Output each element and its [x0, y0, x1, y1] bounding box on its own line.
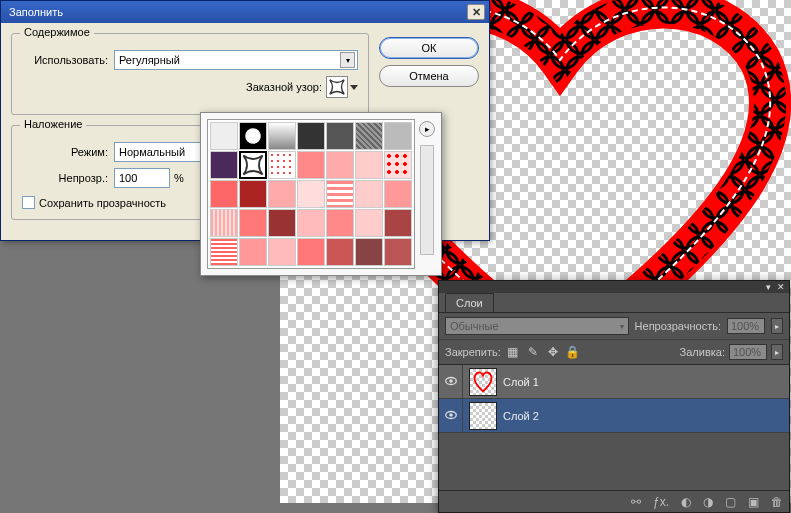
content-fieldset: Содержимое Использовать: Регулярный ▾ За… — [11, 33, 369, 115]
pattern-swatch[interactable] — [384, 151, 412, 179]
use-select[interactable]: Регулярный ▾ — [114, 50, 358, 70]
pattern-swatch[interactable] — [210, 151, 238, 179]
layer-row-selected[interactable]: Слой 2 — [439, 399, 789, 433]
dialog-title: Заполнить — [5, 6, 63, 18]
pattern-swatch[interactable] — [355, 238, 383, 266]
pattern-chip[interactable] — [326, 76, 348, 98]
pattern-swatch[interactable] — [210, 209, 238, 237]
new-layer-icon[interactable]: ▣ — [748, 495, 759, 509]
use-label: Использовать: — [22, 54, 114, 66]
pattern-swatch[interactable] — [326, 180, 354, 208]
layer-row[interactable]: Слой 1 — [439, 365, 789, 399]
pattern-swatch[interactable] — [326, 122, 354, 150]
layer-visibility-toggle[interactable] — [439, 399, 463, 432]
layer-group-icon[interactable]: ▢ — [725, 495, 736, 509]
layer-name: Слой 2 — [503, 410, 539, 422]
link-layers-icon[interactable]: ⚯ — [631, 495, 641, 509]
preserve-transparency-label: Сохранить прозрачность — [39, 197, 166, 209]
panel-fill-input[interactable]: 100% — [729, 344, 767, 360]
panel-opacity-flyout[interactable]: ▸ — [771, 318, 783, 334]
pattern-swatch[interactable] — [355, 209, 383, 237]
blend-mode-select[interactable]: Обычные▾ — [445, 317, 629, 335]
lock-label: Закрепить: — [445, 346, 501, 358]
fill-label: Заливка: — [680, 346, 725, 358]
pattern-swatch[interactable] — [326, 238, 354, 266]
delete-layer-icon[interactable]: 🗑 — [771, 495, 783, 509]
pattern-swatch[interactable] — [239, 180, 267, 208]
layer-list: Слой 1 Слой 2 — [439, 365, 789, 433]
layer-name: Слой 1 — [503, 376, 539, 388]
cancel-button[interactable]: Отмена — [379, 65, 479, 87]
pattern-swatch[interactable] — [297, 238, 325, 266]
opacity-label: Непрозр.: — [22, 172, 114, 184]
pattern-swatch[interactable] — [297, 151, 325, 179]
pattern-swatch[interactable] — [384, 180, 412, 208]
panel-header[interactable]: ▾ ✕ — [439, 281, 789, 293]
pattern-grid — [207, 119, 415, 269]
close-button[interactable]: ✕ — [467, 4, 485, 20]
dialog-titlebar[interactable]: Заполнить ✕ — [1, 1, 489, 23]
pattern-swatch[interactable] — [239, 209, 267, 237]
svg-point-6 — [245, 128, 261, 144]
pattern-swatch[interactable] — [210, 122, 238, 150]
pattern-swatch[interactable] — [297, 122, 325, 150]
pattern-swatch[interactable] — [326, 151, 354, 179]
pattern-swatch[interactable] — [210, 180, 238, 208]
ok-button[interactable]: ОК — [379, 37, 479, 59]
preserve-transparency-checkbox[interactable] — [22, 196, 35, 209]
pattern-swatch[interactable] — [297, 209, 325, 237]
panel-minimize-icon[interactable]: ▾ — [766, 282, 771, 292]
pattern-swatch[interactable] — [297, 180, 325, 208]
adjustment-layer-icon[interactable]: ◑ — [703, 495, 713, 509]
layer-fx-icon[interactable]: ƒx. — [653, 495, 669, 509]
pattern-swatch[interactable] — [268, 209, 296, 237]
panel-footer: ⚯ ƒx. ◐ ◑ ▢ ▣ 🗑 — [439, 490, 789, 512]
pattern-swatch[interactable] — [384, 122, 412, 150]
opacity-input[interactable]: 100 — [114, 168, 170, 188]
pattern-swatch[interactable] — [239, 122, 267, 150]
svg-point-8 — [449, 379, 453, 383]
layer-thumbnail[interactable] — [469, 402, 497, 430]
pattern-dropdown-icon[interactable] — [350, 85, 358, 90]
pattern-swatch[interactable] — [355, 180, 383, 208]
chevron-down-icon: ▾ — [340, 52, 355, 68]
layer-mask-icon[interactable]: ◐ — [681, 495, 691, 509]
lock-pixels-icon[interactable]: ✎ — [525, 344, 541, 360]
pattern-swatch[interactable] — [268, 180, 296, 208]
opacity-unit: % — [170, 172, 184, 184]
svg-point-10 — [449, 413, 453, 417]
eye-icon — [444, 408, 458, 424]
pattern-scrollbar[interactable] — [420, 145, 434, 255]
panel-close-icon[interactable]: ✕ — [777, 282, 785, 292]
eye-icon — [444, 374, 458, 390]
pattern-swatch[interactable] — [355, 151, 383, 179]
pattern-swatch[interactable] — [355, 122, 383, 150]
pattern-swatch[interactable] — [268, 122, 296, 150]
lock-position-icon[interactable]: ✥ — [545, 344, 561, 360]
layer-thumbnail[interactable] — [469, 368, 497, 396]
pattern-swatch[interactable] — [268, 238, 296, 266]
mode-label: Режим: — [22, 146, 114, 158]
pattern-swatch[interactable] — [239, 238, 267, 266]
custom-pattern-label: Заказной узор: — [246, 81, 322, 93]
layer-visibility-toggle[interactable] — [439, 365, 463, 398]
pattern-swatch[interactable] — [268, 151, 296, 179]
pattern-swatch[interactable] — [384, 209, 412, 237]
lock-all-icon[interactable]: 🔒 — [565, 344, 581, 360]
layers-panel: ▾ ✕ Слои Обычные▾ Непрозрачность: 100% ▸… — [438, 280, 790, 513]
panel-opacity-input[interactable]: 100% — [727, 318, 765, 334]
pattern-picker-popup: ▸ — [200, 112, 442, 276]
pattern-swatch-selected[interactable] — [239, 151, 267, 179]
layers-tab[interactable]: Слои — [445, 293, 494, 312]
pattern-swatch[interactable] — [210, 238, 238, 266]
lock-transparency-icon[interactable]: ▦ — [505, 344, 521, 360]
pattern-picker-menu-button[interactable]: ▸ — [419, 121, 435, 137]
blending-legend: Наложение — [20, 118, 86, 130]
pattern-swatch[interactable] — [326, 209, 354, 237]
content-legend: Содержимое — [20, 26, 94, 38]
panel-opacity-label: Непрозрачность: — [635, 320, 721, 332]
panel-fill-flyout[interactable]: ▸ — [771, 344, 783, 360]
pattern-swatch[interactable] — [384, 238, 412, 266]
